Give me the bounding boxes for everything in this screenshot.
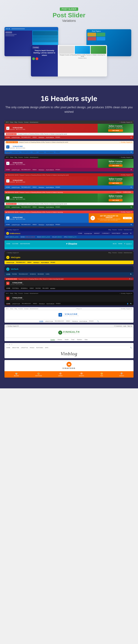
nav-food-14[interactable]: Food: [71, 339, 74, 340]
nav-features-5[interactable]: FEATURES▾: [46, 206, 54, 208]
nav-pages-1[interactable]: PAGES: [56, 136, 60, 138]
nav-search-9[interactable]: 🔍: [130, 262, 132, 263]
nav-pages-3[interactable]: PAGES: [56, 169, 60, 170]
nav-lifestyle-4[interactable]: LIFESTYLE▾: [12, 186, 19, 188]
nav-garden-14[interactable]: Garden: [50, 339, 55, 340]
nav-home-11[interactable]: HOME: [6, 288, 10, 289]
nav-video-13[interactable]: VIDEO: [66, 320, 70, 322]
nav-features-1[interactable]: FEATURES▾: [46, 136, 54, 138]
nav-pages-5[interactable]: PAGES: [56, 206, 60, 208]
subscribe-btn-5[interactable]: SUBSCRIBE: [122, 191, 132, 193]
nav-features-13[interactable]: FEATURES▾: [79, 320, 87, 322]
nav-data-14[interactable]: Data: [85, 339, 88, 340]
nav-more-8[interactable]: MORE: [118, 243, 122, 244]
nav-pages-13[interactable]: PAGES: [89, 320, 93, 322]
nav-search-7[interactable]: 🔍: [130, 233, 132, 234]
nav-cars-10[interactable]: CARS: [46, 274, 50, 275]
nav-lifestyle-1[interactable]: LIFESTYLE▾: [12, 136, 19, 138]
nav-market-7[interactable]: MARKET: [94, 233, 100, 234]
ad-btn-3[interactable]: GET NOW: [109, 164, 122, 167]
nav-search-12[interactable]: 🔍: [130, 303, 132, 304]
nav-tech-6[interactable]: TECHNOLOGY: [21, 224, 31, 225]
nav-tech-4[interactable]: TECHNOLOGY: [21, 186, 31, 188]
nav-pages-9[interactable]: PAGES: [51, 262, 55, 263]
nav-tech-13[interactable]: TECHNOLOGY: [55, 320, 64, 322]
nav-search-15[interactable]: 🔍: [130, 347, 132, 348]
nav-nutrition-14[interactable]: Nutrition: [77, 339, 82, 340]
nav-video-5[interactable]: VIDEO: [32, 206, 37, 208]
nav-tech-9[interactable]: TECHNOLOGY: [16, 262, 25, 263]
nav-pages-6[interactable]: PAGES: [56, 224, 60, 225]
nav-video-11[interactable]: VIDEO: [30, 288, 34, 289]
nav-tech-10[interactable]: TECHNOLOGY: [19, 274, 28, 275]
nav-lifestyle-5[interactable]: LIFESTYLE▾: [12, 206, 19, 208]
nav-travel-3[interactable]: TRAVEL▾: [38, 169, 44, 170]
nav-recipes-16[interactable]: 🥗 RECIPES: [14, 372, 19, 376]
nav-pages-15[interactable]: PAGES: [30, 347, 34, 348]
nav-kids-16[interactable]: 👶 KIDS: [100, 372, 103, 376]
nav-tech-12[interactable]: TECHNOLOGY: [22, 303, 31, 304]
nav-travel-12[interactable]: TRAVEL▾: [39, 303, 45, 304]
nav-pages-2[interactable]: PAGES: [56, 152, 60, 153]
nav-lifestyle-15[interactable]: LIFESTYLE: [21, 347, 28, 348]
nav-home-8[interactable]: HOME: [6, 243, 10, 244]
nav-home-6[interactable]: HOME: [6, 224, 10, 225]
nav-more-11[interactable]: MORE▾: [50, 288, 55, 289]
nav-features-3[interactable]: FEATURES▾: [46, 169, 54, 170]
nav-home-5[interactable]: HOME: [6, 206, 10, 208]
nav-search-16[interactable]: 🔍 SEARCH: [119, 372, 124, 376]
nav-pages-4[interactable]: PAGES: [56, 186, 60, 188]
nav-search-2[interactable]: 🔍: [131, 152, 132, 153]
nav-search-13[interactable]: 🔍: [97, 320, 99, 322]
nav-video-1[interactable]: VIDEO: [32, 136, 37, 138]
nav-blog-8[interactable]: BLOG: [113, 243, 117, 244]
nav-features-9[interactable]: FEATURES▾: [41, 262, 49, 263]
nav-video-12[interactable]: VIDEO: [33, 303, 37, 304]
nav-features-15[interactable]: FEATURES: [36, 347, 43, 348]
nav-business-7[interactable]: BUSINESS▾: [84, 233, 92, 234]
nav-drinks-16[interactable]: 🍹 DRINKS: [58, 372, 63, 376]
nav-baseball-11[interactable]: BASEBALL: [21, 288, 28, 289]
nav-lifestyle-6[interactable]: LIFESTYLE▾: [12, 224, 19, 226]
nav-travel-1[interactable]: TRAVEL▾: [38, 136, 44, 138]
nav-features-2[interactable]: FEATURES▾: [46, 152, 54, 153]
nav-video-4[interactable]: VIDEO: [32, 186, 37, 188]
nav-tech-1[interactable]: TECHNOLOGY: [21, 136, 31, 138]
nav-user-2[interactable]: 👤: [127, 152, 129, 153]
nav-home-4[interactable]: HOME: [6, 186, 10, 188]
ad-btn-4[interactable]: GET NOW: [109, 182, 122, 184]
nav-currency-7[interactable]: CURRENCY: [102, 233, 110, 234]
nav-lifestyle-2[interactable]: LIFESTYLE▾: [12, 152, 19, 153]
nav-home-3[interactable]: HOME: [6, 169, 10, 170]
nav-features-12[interactable]: FEATURES▾: [46, 303, 54, 304]
nav-culture-8[interactable]: CULTURE: [12, 243, 18, 244]
nav-reviews-10[interactable]: REVIEWS: [38, 274, 44, 275]
nav-investment-7[interactable]: INVESTMENT: [112, 233, 121, 234]
nav-home-1[interactable]: HOME: [6, 136, 10, 138]
nav-features-6[interactable]: FEATURES▾: [46, 224, 54, 226]
nav-video-2[interactable]: VIDEO: [32, 152, 37, 153]
nav-pages-12[interactable]: PAGES: [56, 303, 61, 304]
nav-science-10[interactable]: SCIENCE: [30, 274, 36, 275]
nav-travel-13[interactable]: TRAVEL▾: [72, 320, 78, 322]
nav-travel-6[interactable]: TRAVEL▾: [38, 224, 44, 226]
nav-home-2[interactable]: HOME: [6, 152, 10, 153]
nav-search-4[interactable]: 🔍: [131, 186, 132, 188]
nav-search-1[interactable]: 🔍: [131, 136, 132, 138]
nav-lifestyle-3[interactable]: LIFESTYLE▾: [12, 169, 19, 170]
nav-travel-9[interactable]: TRAVEL▾: [33, 262, 39, 263]
nav-racing-11[interactable]: RACING: [36, 288, 41, 289]
nav-search-5[interactable]: 🔍: [131, 206, 132, 208]
nav-tech-2[interactable]: TECHNOLOGY: [21, 152, 31, 153]
nav-home-10[interactable]: HOME: [6, 274, 10, 275]
nav-travel-4[interactable]: TRAVEL▾: [38, 186, 44, 188]
nav-video-9[interactable]: VIDEO: [27, 262, 32, 263]
nav-destinations-8[interactable]: DESTINATIONS: [20, 243, 30, 244]
nav-lifestyle-9[interactable]: LIFESTYLE▾: [6, 262, 14, 263]
nav-fastfoods-16[interactable]: 🍔 FASTFOODS: [35, 372, 42, 376]
nav-phone-10[interactable]: PHONE: [12, 274, 17, 275]
nav-home-12[interactable]: HOME: [6, 303, 10, 304]
nav-video-3[interactable]: VIDEO: [32, 169, 37, 170]
nav-deserts-16[interactable]: 🍰 DESERTS: [79, 372, 84, 376]
ad-btn-6[interactable]: GET NOW: [123, 217, 132, 219]
